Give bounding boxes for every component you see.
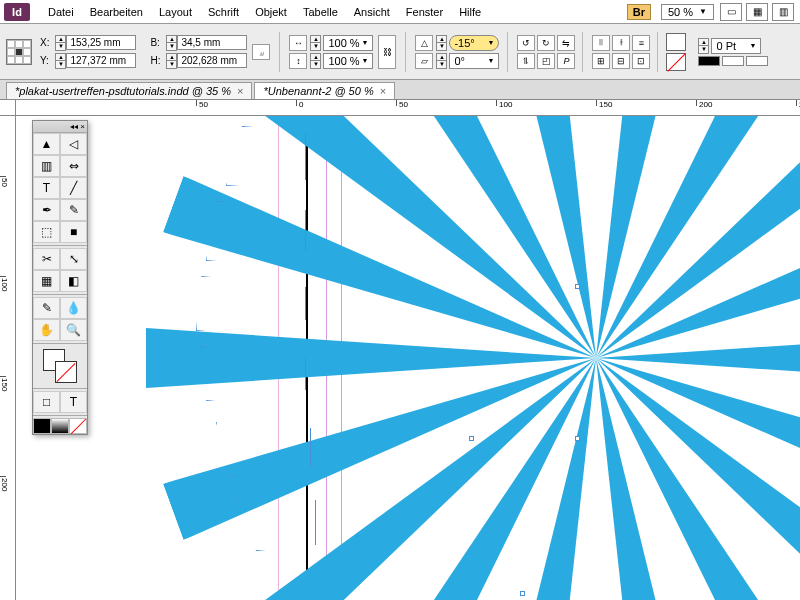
document-tab-bar: *plakat-usertreffen-psdtutorials.indd @ … <box>0 80 800 100</box>
gradient-feather-tool[interactable]: ◧ <box>60 270 87 292</box>
scale-x-stepper[interactable]: ▲▼ <box>310 35 321 51</box>
screen-mode-icon[interactable]: ▭ <box>720 3 742 21</box>
apply-color[interactable] <box>33 418 51 434</box>
menu-bearbeiten[interactable]: Bearbeiten <box>82 3 151 21</box>
menu-tabelle[interactable]: Tabelle <box>295 3 346 21</box>
x-label: X: <box>40 37 49 48</box>
arrange-documents-icon[interactable]: ▦ <box>746 3 768 21</box>
scale-x-icon: ↔ <box>289 35 307 51</box>
vertical-ruler[interactable]: 50 100 150 200 <box>0 116 16 600</box>
line-tool[interactable]: ╱ <box>60 177 87 199</box>
zoom-tool[interactable]: 🔍 <box>60 319 87 341</box>
link-scale-icon[interactable]: ⛓ <box>378 35 396 69</box>
gap-tool[interactable]: ⇔ <box>60 155 87 177</box>
horizontal-ruler[interactable]: 50 0 50 100 150 200 250 <box>16 100 800 116</box>
h-label: H: <box>150 55 160 66</box>
tools-panel: ◂◂ × ▲◁▥⇔T╱✒✎⬚■✂⤡▦◧✎💧✋🔍□T <box>32 120 88 435</box>
menu-objekt[interactable]: Objekt <box>247 3 295 21</box>
panel-header[interactable]: ◂◂ × <box>33 121 87 133</box>
shear-stepper[interactable]: ▲▼ <box>436 53 447 69</box>
reference-point-grid[interactable] <box>6 39 32 65</box>
scale-y-icon: ↕ <box>289 53 307 69</box>
tab-unbenannt[interactable]: *Unbenannt-2 @ 50 %× <box>254 82 395 99</box>
scale-y-field[interactable]: 100 %▼ <box>323 53 373 69</box>
control-panel: X: ▲▼153,25 mm Y: ▲▼127,372 mm B: ▲▼34,5… <box>0 24 800 80</box>
shear-field[interactable]: 0°▼ <box>449 53 499 69</box>
align-icon-2[interactable]: ⫲ <box>612 35 630 51</box>
select-container-icon[interactable]: ◰ <box>537 53 555 69</box>
fill-stroke-proxy[interactable] <box>33 346 87 386</box>
ruler-origin[interactable] <box>0 100 16 116</box>
stroke-swatch[interactable] <box>666 53 686 71</box>
rectangle-tool[interactable]: ■ <box>60 221 87 243</box>
flip-h-icon[interactable]: ⇋ <box>557 35 575 51</box>
close-icon[interactable]: × <box>380 85 386 97</box>
gradient-swatch-tool[interactable]: ▦ <box>33 270 60 292</box>
menu-datei[interactable]: Datei <box>40 3 82 21</box>
scale-y-stepper[interactable]: ▲▼ <box>310 53 321 69</box>
close-icon[interactable]: × <box>237 85 243 97</box>
pen-tool[interactable]: ✒ <box>33 199 60 221</box>
shear-icon: ▱ <box>415 53 433 69</box>
menubar: Id Datei Bearbeiten Layout Schrift Objek… <box>0 0 800 24</box>
w-field[interactable]: 34,5 mm <box>177 35 247 50</box>
h-stepper[interactable]: ▲▼ <box>166 53 177 69</box>
rotate-ccw-icon[interactable]: ↺ <box>517 35 535 51</box>
bridge-badge[interactable]: Br <box>627 4 651 20</box>
stroke-style-2[interactable] <box>722 56 744 66</box>
rectangle-frame-tool[interactable]: ⬚ <box>33 221 60 243</box>
y-label: Y: <box>40 55 49 66</box>
flip-v-icon[interactable]: ⥮ <box>517 53 535 69</box>
workspace-switcher-icon[interactable]: ▥ <box>772 3 794 21</box>
stroke-style-1[interactable] <box>698 56 720 66</box>
page-tool[interactable]: ▥ <box>33 155 60 177</box>
direct-selection-tool[interactable]: ◁ <box>60 133 87 155</box>
x-stepper[interactable]: ▲▼ <box>55 35 66 51</box>
tab-plakat[interactable]: *plakat-usertreffen-psdtutorials.indd @ … <box>6 82 252 99</box>
menu-layout[interactable]: Layout <box>151 3 200 21</box>
align-icon-3[interactable]: ≡ <box>632 35 650 51</box>
type-tool[interactable]: T <box>33 177 60 199</box>
app-icon-indesign: Id <box>4 3 30 21</box>
chevron-down-icon: ▼ <box>699 7 707 16</box>
rotate-icon: △ <box>415 35 433 51</box>
apply-none[interactable] <box>69 418 87 434</box>
menu-schrift[interactable]: Schrift <box>200 3 247 21</box>
stroke-style-3[interactable] <box>746 56 768 66</box>
menu-ansicht[interactable]: Ansicht <box>346 3 398 21</box>
zoom-level-combo[interactable]: 50 %▼ <box>661 4 714 20</box>
apply-gradient[interactable] <box>51 418 69 434</box>
selection-tool[interactable]: ▲ <box>33 133 60 155</box>
rotate-stepper[interactable]: ▲▼ <box>436 35 447 51</box>
note-tool[interactable]: ✎ <box>33 297 60 319</box>
y-stepper[interactable]: ▲▼ <box>55 53 66 69</box>
scale-x-field[interactable]: 100 %▼ <box>323 35 373 51</box>
x-field[interactable]: 153,25 mm <box>66 35 136 50</box>
menu-fenster[interactable]: Fenster <box>398 3 451 21</box>
h-field[interactable]: 202,628 mm <box>177 53 247 68</box>
align-icon-1[interactable]: ⫴ <box>592 35 610 51</box>
align-icon-6[interactable]: ⊡ <box>632 53 650 69</box>
pencil-tool[interactable]: ✎ <box>60 199 87 221</box>
fill-swatch[interactable] <box>666 33 686 51</box>
align-icon-4[interactable]: ⊞ <box>592 53 610 69</box>
rotate-cw-icon[interactable]: ↻ <box>537 35 555 51</box>
align-icon-5[interactable]: ⊟ <box>612 53 630 69</box>
eyedropper-tool[interactable]: 💧 <box>60 297 87 319</box>
hand-tool[interactable]: ✋ <box>33 319 60 341</box>
workspace: 50 0 50 100 150 200 250 50 100 150 200 <box>0 100 800 600</box>
w-label: B: <box>150 37 160 48</box>
stroke-weight-field[interactable]: 0 Pt▼ <box>711 38 761 54</box>
rotate-field[interactable]: -15°▼ <box>449 35 499 51</box>
menu-hilfe[interactable]: Hilfe <box>451 3 489 21</box>
formatting-text-icon[interactable]: T <box>60 391 87 413</box>
stroke-weight-stepper[interactable]: ▲▼ <box>698 38 709 54</box>
y-field[interactable]: 127,372 mm <box>66 53 136 68</box>
canvas[interactable] <box>16 116 800 600</box>
free-transform-tool[interactable]: ⤡ <box>60 248 87 270</box>
p-icon[interactable]: P <box>557 53 575 69</box>
constrain-proportions-icon[interactable]: ⟓ <box>252 44 270 60</box>
scissors-tool[interactable]: ✂ <box>33 248 60 270</box>
w-stepper[interactable]: ▲▼ <box>166 35 177 51</box>
formatting-container-icon[interactable]: □ <box>33 391 60 413</box>
